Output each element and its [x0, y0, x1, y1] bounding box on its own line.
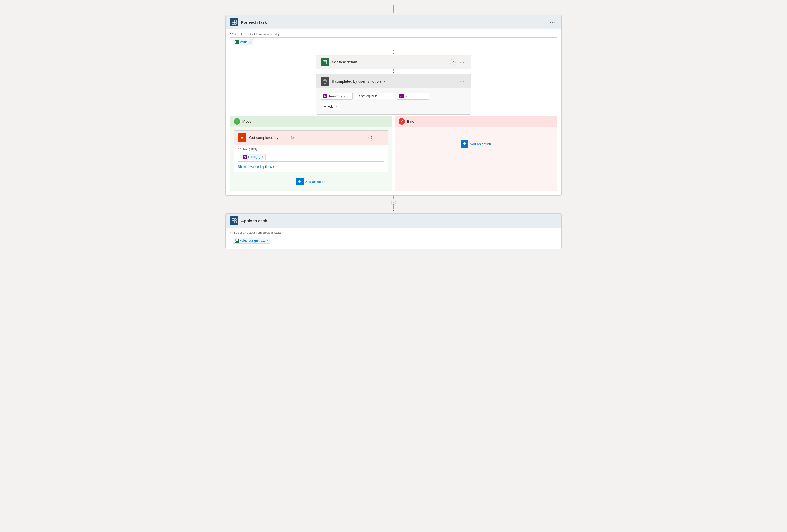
- add-label: Add: [328, 105, 334, 108]
- svg-rect-0: [232, 20, 234, 22]
- svg-rect-29: [236, 241, 237, 242]
- get-task-card: Get task details ? ···: [316, 55, 471, 69]
- condition-row: fx items(...) × is not equal to ▾ fx n: [321, 93, 466, 99]
- split-yes-header: ✓ If yes: [230, 116, 392, 127]
- svg-rect-20: [299, 180, 300, 183]
- svg-rect-1: [234, 20, 236, 22]
- add-action-yes-icon: [296, 178, 303, 185]
- condition-right-close[interactable]: ×: [412, 94, 413, 98]
- svg-rect-26: [234, 221, 236, 223]
- office-action-title: Get completed by user info: [249, 135, 294, 140]
- for-each-value-token: value ×: [233, 39, 253, 45]
- add-action-no-button[interactable]: Add an action: [461, 138, 491, 149]
- apply-token-close[interactable]: ×: [267, 239, 268, 242]
- apply-token-icon: [235, 239, 239, 243]
- condition-right-token: null: [405, 94, 410, 98]
- user-upn-label: * * User (UPN): [238, 148, 384, 151]
- for-each-card: For each task ··· * * Select an output f…: [225, 15, 562, 196]
- inner-content: ▾ Get task details: [226, 50, 561, 195]
- apply-to-each-header: Apply to each ···: [226, 214, 561, 228]
- svg-rect-5: [237, 41, 238, 42]
- user-upn-input[interactable]: fx items(...) ×: [238, 152, 384, 162]
- for-each-header: For each task ···: [226, 15, 561, 29]
- svg-rect-2: [232, 22, 234, 24]
- show-advanced-chevron-icon: ▾: [273, 165, 274, 169]
- office-header-left: O Get completed by user info: [238, 133, 294, 142]
- condition-left-close[interactable]: ×: [344, 94, 345, 98]
- condition-left-value[interactable]: fx items(...) ×: [321, 93, 353, 99]
- show-advanced-link[interactable]: Show advanced options ▾: [238, 165, 384, 169]
- condition-header: If completed by user is not blank ···: [316, 74, 471, 88]
- for-each-header-left: For each task: [230, 18, 267, 26]
- user-upn-token: fx items(...) ×: [241, 154, 265, 160]
- apply-header-left: Apply to each: [230, 216, 267, 225]
- split-no-label: If no: [407, 119, 414, 124]
- svg-rect-6: [236, 42, 237, 44]
- condition-card: If completed by user is not blank ··· fx…: [316, 74, 471, 115]
- get-task-header-left: Get task details: [321, 58, 358, 66]
- show-advanced-label: Show advanced options: [238, 165, 272, 169]
- condition-right-value[interactable]: fx null ×: [397, 93, 429, 99]
- get-task-header: Get task details ? ···: [316, 55, 471, 69]
- get-task-icon: [321, 58, 329, 66]
- add-action-yes-button[interactable]: Add an action: [296, 176, 326, 187]
- svg-rect-4: [236, 41, 237, 42]
- info-circle-icon: i: [391, 200, 396, 205]
- office-help-button[interactable]: ?: [368, 135, 374, 140]
- office-header-right: ? ···: [368, 135, 384, 140]
- apply-to-each-more-button[interactable]: ···: [548, 218, 557, 224]
- condition-left-token: items(...): [328, 94, 342, 98]
- inner-arrow-2-chevron: ▾: [393, 71, 394, 74]
- office-header: O Get completed by user info ? ···: [234, 131, 388, 145]
- for-each-token-input[interactable]: value ×: [230, 37, 557, 47]
- split-yes-body: O Get completed by user info ? ···: [230, 127, 392, 191]
- for-each-title: For each task: [241, 20, 267, 25]
- value-token-icon: [235, 40, 239, 44]
- condition-title: If completed by user is not blank: [332, 79, 385, 84]
- split-no-header: ✕ If no: [395, 116, 557, 127]
- add-action-yes-container: Add an action: [234, 176, 388, 187]
- svg-rect-23: [232, 219, 234, 220]
- split-container: ✓ If yes O: [230, 116, 557, 191]
- condition-icon: [321, 77, 329, 86]
- get-task-more-button[interactable]: ···: [459, 60, 466, 65]
- condition-operator[interactable]: is not equal to ▾: [355, 93, 395, 99]
- add-action-yes-label: Add an action: [305, 180, 326, 184]
- condition-add-button[interactable]: + Add ▾: [321, 103, 340, 110]
- office-icon: O: [238, 133, 247, 142]
- office-more-button[interactable]: ···: [377, 135, 384, 140]
- yes-check-icon: ✓: [235, 119, 239, 124]
- svg-rect-12: [323, 81, 327, 82]
- get-task-help-button[interactable]: ?: [450, 59, 456, 65]
- inner-arrow-1-chevron: ▾: [393, 51, 394, 55]
- top-arrow: ↓: [393, 5, 394, 14]
- user-upn-token-close[interactable]: ×: [262, 156, 264, 158]
- split-yes-label: If yes: [242, 119, 251, 124]
- svg-rect-28: [237, 240, 238, 241]
- user-upn-token-label: items(...): [248, 155, 260, 159]
- add-icon: +: [324, 104, 326, 109]
- condition-operator-chevron: ▾: [390, 94, 392, 98]
- for-each-more-button[interactable]: ···: [548, 19, 557, 26]
- split-no-body: Add an action: [395, 127, 557, 161]
- inner-arrow-1: ▾: [393, 50, 394, 55]
- for-each-token-close[interactable]: ×: [249, 41, 251, 44]
- apply-to-each-card: Apply to each ··· * * Select an output f…: [225, 214, 562, 249]
- apply-token-input[interactable]: value assignme... ×: [230, 236, 557, 245]
- user-upn-field: * * User (UPN) fx items(...) ×: [238, 148, 384, 162]
- condition-more-button[interactable]: ···: [459, 79, 466, 84]
- condition-left-icon: fx: [323, 94, 327, 98]
- svg-rect-30: [237, 241, 238, 242]
- condition-operator-label: is not equal to: [358, 94, 389, 98]
- condition-body: fx items(...) × is not equal to ▾ fx n: [316, 88, 471, 114]
- add-chevron-icon: ▾: [335, 105, 337, 108]
- office-card: O Get completed by user info ? ···: [234, 131, 388, 172]
- split-no-panel: ✕ If no: [395, 116, 557, 191]
- apply-to-each-body: * * Select an output from previous steps…: [226, 228, 561, 249]
- no-icon: ✕: [399, 118, 405, 125]
- split-yes-panel: ✓ If yes O: [230, 116, 392, 191]
- bottom-arrow-chevron: ▾: [393, 209, 394, 213]
- apply-loop-icon: [230, 216, 238, 225]
- for-each-body: * * Select an output from previous steps…: [226, 29, 561, 50]
- svg-text:O: O: [241, 137, 243, 139]
